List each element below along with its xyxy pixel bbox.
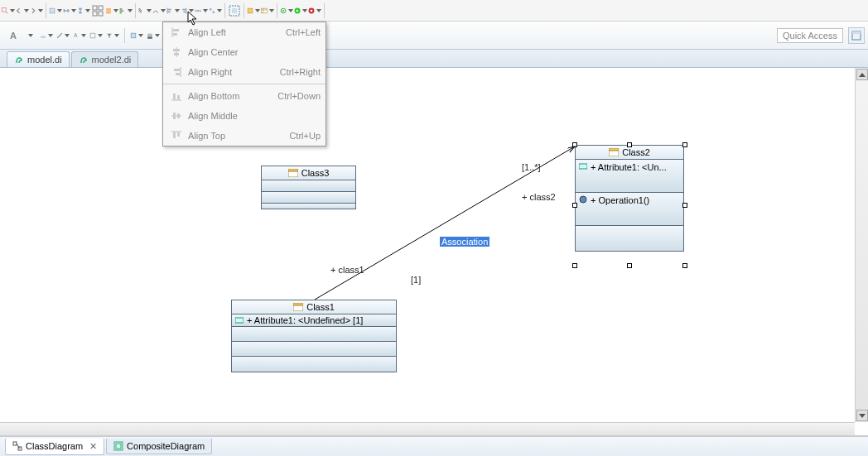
tool-zoom-region-icon[interactable] [2, 4, 15, 17]
tool-route-icon[interactable] [152, 4, 166, 17]
tool-match-icon[interactable] [209, 4, 222, 17]
svg-rect-24 [182, 8, 186, 10]
svg-rect-25 [183, 11, 186, 12]
menu-align-right[interactable]: Align Right Ctrl+Right [163, 62, 326, 82]
assoc-end1-mult[interactable]: [1] [411, 275, 421, 285]
tool-favorites-icon[interactable] [105, 4, 118, 17]
fill-color-drop[interactable] [40, 29, 53, 42]
align-top-icon [168, 130, 185, 142]
selection-handle[interactable] [682, 142, 687, 147]
toolbar-separator [244, 3, 244, 18]
tool-distribute-icon[interactable] [195, 4, 208, 17]
svg-rect-55 [174, 53, 179, 55]
menu-align-left[interactable]: Align Left Ctrl+Left [163, 22, 326, 42]
tool-table-icon[interactable] [261, 4, 274, 17]
tool-align-icon[interactable] [119, 4, 133, 17]
svg-rect-19 [120, 12, 122, 13]
assoc-label[interactable]: Association [440, 237, 489, 247]
align-left-icon [168, 26, 185, 38]
uml-class1[interactable]: Class1 + Attribute1: <Undefined> [1] [231, 300, 397, 372]
diagram-tab-bar: ClassDiagram ✕ CompositeDiagram [0, 436, 868, 456]
svg-rect-16 [106, 12, 111, 13]
selection-handle[interactable] [572, 263, 577, 268]
tool-layout-v-icon[interactable] [77, 4, 90, 17]
tool-run-ext-icon[interactable] [308, 4, 321, 17]
svg-rect-30 [213, 11, 215, 12]
papyrus-file-icon [79, 55, 89, 65]
tool-nav-fwd-icon[interactable] [30, 4, 43, 17]
menu-align-center[interactable]: Align Center [163, 42, 326, 62]
line-color-drop[interactable] [56, 29, 70, 42]
svg-rect-7 [79, 7, 81, 9]
svg-rect-74 [609, 151, 619, 156]
tool-layout-h-icon[interactable] [63, 4, 76, 17]
selection-handle[interactable] [682, 203, 687, 208]
vertical-scrollbar[interactable] [855, 68, 868, 422]
tab-close-icon[interactable]: ✕ [89, 441, 97, 452]
diagram-canvas[interactable]: Class3 Class1 + Attribute1: <Undefined> … [0, 68, 868, 435]
font-color-drop[interactable] [23, 29, 36, 42]
scroll-up-button[interactable] [856, 69, 868, 80]
attribute-icon [579, 162, 587, 170]
class-header: Class3 [262, 166, 355, 180]
editor-tab-model[interactable]: model.di [7, 51, 70, 67]
selection-handle[interactable] [572, 142, 577, 147]
tool-select-all-icon[interactable] [228, 4, 241, 17]
menu-item-shortcut: Ctrl+Left [286, 27, 321, 37]
uml-class3[interactable]: Class3 [261, 166, 356, 209]
svg-rect-43 [90, 33, 95, 38]
assoc-end1-role[interactable]: + class1 [330, 265, 364, 275]
tab-compositediagram[interactable]: CompositeDiagram [106, 439, 212, 454]
tool-nav-back-icon[interactable] [16, 4, 29, 17]
font-drop[interactable]: A [73, 29, 86, 42]
svg-rect-27 [197, 9, 199, 11]
filter-drop[interactable] [106, 29, 119, 42]
tool-export-icon[interactable] [280, 4, 293, 17]
apply-style-icon[interactable] [130, 29, 143, 42]
align-right-icon [168, 66, 185, 78]
tool-cut-icon[interactable] [49, 4, 62, 17]
svg-rect-51 [173, 29, 179, 31]
perspective-button[interactable] [848, 27, 865, 44]
menu-item-label: Align Left [188, 27, 286, 37]
svg-rect-5 [67, 9, 69, 12]
menu-align-bottom[interactable]: Align Bottom Ctrl+Down [163, 86, 326, 106]
class-extra1 [232, 342, 396, 357]
align-center-icon [168, 46, 185, 58]
font-color-icon[interactable]: A [7, 29, 20, 42]
uml-class2[interactable]: Class2 + Attribute1: <Un... + Operation1… [575, 145, 684, 252]
line-width-icon[interactable] [147, 29, 160, 42]
tool-align-right-icon[interactable] [181, 4, 194, 17]
selection-handle[interactable] [627, 142, 632, 147]
tool-select-lasso-icon[interactable] [138, 4, 152, 17]
svg-rect-0 [2, 7, 7, 12]
svg-rect-67 [177, 132, 180, 137]
selection-handle[interactable] [627, 263, 632, 268]
svg-rect-71 [293, 305, 303, 311]
style-drop[interactable] [89, 29, 103, 42]
svg-rect-10 [93, 6, 97, 10]
editor-tab-label: model2.di [92, 55, 132, 65]
toolbar-separator [124, 28, 125, 43]
tool-grid-icon[interactable] [91, 4, 104, 17]
assoc-end2-role[interactable]: + class2 [522, 192, 556, 202]
quick-access-field[interactable]: Quick Access [777, 28, 843, 43]
horizontal-scrollbar[interactable] [0, 422, 855, 435]
class-extra [262, 204, 355, 209]
menu-align-middle[interactable]: Align Middle [163, 106, 326, 126]
svg-rect-18 [120, 10, 124, 12]
tool-palette-icon[interactable] [247, 4, 260, 17]
tool-run-icon[interactable] [294, 4, 307, 17]
scroll-down-button[interactable] [856, 410, 868, 421]
selection-handle[interactable] [682, 263, 687, 268]
svg-rect-33 [248, 8, 253, 13]
editor-tab-model2[interactable]: model2.di [71, 51, 139, 67]
association-connector[interactable] [0, 68, 828, 436]
operation-icon [579, 195, 587, 204]
menu-align-top[interactable]: Align Top Ctrl+Up [163, 126, 326, 146]
tool-align-left-icon[interactable] [166, 4, 180, 17]
tab-classdiagram[interactable]: ClassDiagram ✕ [5, 439, 104, 455]
align-dropdown-menu: Align Left Ctrl+Left Align Center Align … [162, 22, 326, 146]
selection-handle[interactable] [572, 203, 577, 208]
assoc-end2-mult[interactable]: [1..*] [522, 162, 541, 172]
